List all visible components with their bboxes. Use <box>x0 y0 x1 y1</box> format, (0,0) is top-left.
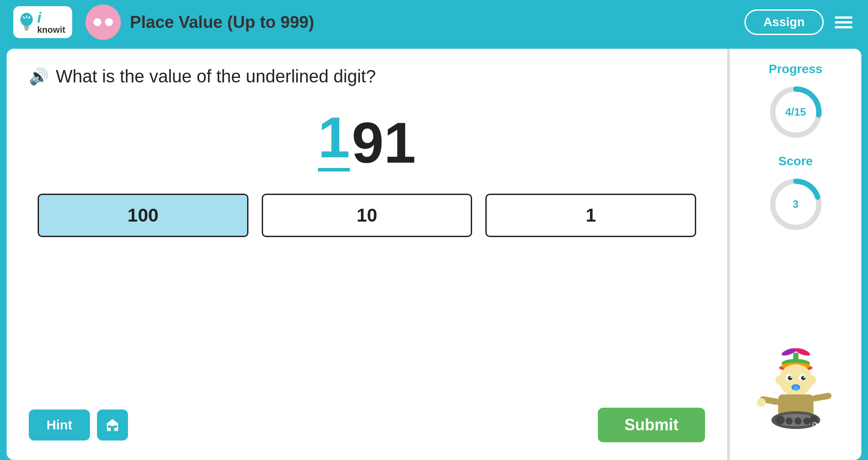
svg-point-27 <box>790 376 792 378</box>
svg-rect-1 <box>24 26 29 27</box>
building-button[interactable] <box>97 409 128 441</box>
lesson-icon <box>85 4 121 40</box>
logo-i: i <box>37 10 65 25</box>
character-svg: ⟳ <box>752 345 840 447</box>
speaker-icon[interactable]: 🔊 <box>29 67 49 86</box>
answer-option-1[interactable]: 10 <box>262 194 473 237</box>
svg-rect-3 <box>25 29 28 31</box>
question-row: 🔊 What is the value of the underlined di… <box>29 66 705 86</box>
svg-point-43 <box>757 398 766 407</box>
header-right: Assign <box>744 9 855 35</box>
logo-text: i knowit <box>37 10 65 35</box>
svg-point-25 <box>788 376 792 380</box>
normal-digits: 91 <box>352 114 416 172</box>
svg-point-30 <box>793 386 798 391</box>
hint-button[interactable]: Hint <box>29 409 90 441</box>
answer-option-0[interactable]: 100 <box>38 194 248 237</box>
hamburger-line-3 <box>835 26 852 28</box>
score-donut: 3 <box>767 175 825 233</box>
svg-point-0 <box>20 13 33 26</box>
hamburger-line-1 <box>835 16 852 19</box>
progress-label: Progress <box>769 62 822 76</box>
question-text: What is the value of the underlined digi… <box>56 66 376 86</box>
svg-point-37 <box>786 417 793 425</box>
progress-donut: 4/15 <box>767 83 825 141</box>
building-icon <box>106 417 119 433</box>
score-value: 3 <box>793 198 798 211</box>
bulb-icon <box>19 12 35 32</box>
score-label: Score <box>779 154 813 168</box>
svg-point-36 <box>776 416 785 425</box>
sidebar: Progress 4/15 Score 3 <box>728 49 861 460</box>
content-area: 🔊 What is the value of the underlined di… <box>7 49 727 460</box>
logo-knowit: knowit <box>37 25 65 35</box>
answer-option-2[interactable]: 1 <box>485 194 696 237</box>
main-wrapper: 🔊 What is the value of the underlined di… <box>7 49 861 460</box>
svg-marker-8 <box>106 419 119 424</box>
submit-button[interactable]: Submit <box>598 408 705 442</box>
menu-button[interactable] <box>833 14 855 31</box>
lesson-title: Place Value (Up to 999) <box>130 13 314 32</box>
svg-point-32 <box>809 376 816 385</box>
character-illustration: ⟳ <box>752 345 840 447</box>
svg-rect-42 <box>811 392 832 402</box>
svg-rect-9 <box>111 426 114 431</box>
svg-rect-2 <box>24 27 29 29</box>
svg-point-38 <box>794 417 802 425</box>
logo: i knowit <box>13 6 72 38</box>
svg-line-6 <box>29 17 30 18</box>
svg-point-31 <box>775 376 783 385</box>
hamburger-line-2 <box>835 21 852 23</box>
svg-rect-10 <box>108 425 111 428</box>
svg-point-26 <box>801 376 806 380</box>
svg-point-28 <box>803 376 805 378</box>
underlined-digit: 1 <box>318 109 350 172</box>
answer-options: 100 10 1 <box>38 194 696 237</box>
bottom-bar: Hint Submit <box>29 399 705 442</box>
assign-button[interactable]: Assign <box>744 9 824 35</box>
header: i knowit Place Value (Up to 999) Assign <box>0 0 868 44</box>
number-display: 1 91 <box>29 109 705 172</box>
svg-rect-11 <box>114 425 117 428</box>
svg-point-22 <box>779 364 813 396</box>
svg-text:⟳: ⟳ <box>812 421 818 428</box>
progress-value: 4/15 <box>785 106 806 118</box>
svg-line-5 <box>23 17 24 18</box>
